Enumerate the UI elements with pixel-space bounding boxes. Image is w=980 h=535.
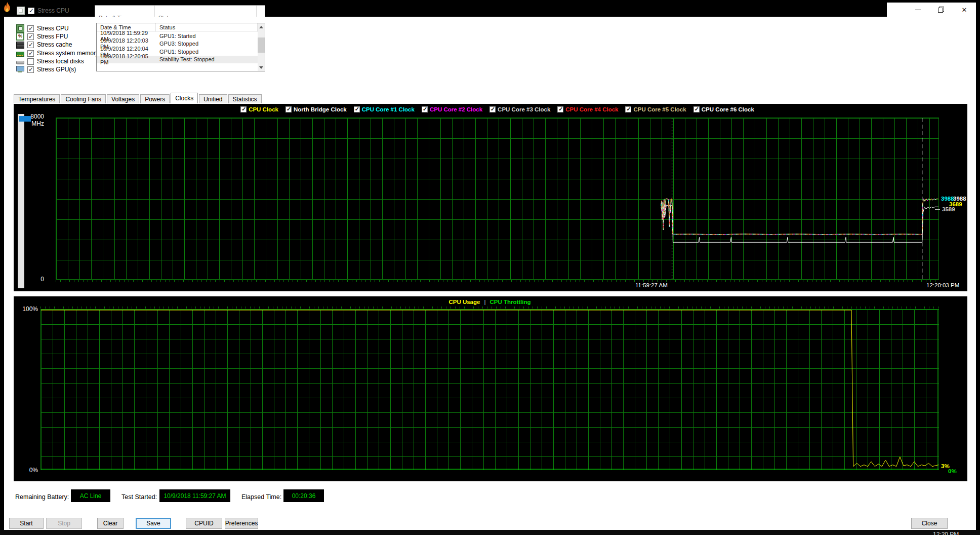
usage-ticks	[40, 307, 939, 309]
log-row[interactable]: 10/9/2018 12:20:05 PMStability Test: Sto…	[97, 56, 265, 64]
tab-statistics[interactable]: Statistics	[228, 94, 262, 103]
ghost-col-datetime: Date & Time	[99, 15, 130, 17]
checkbox[interactable]	[557, 106, 563, 112]
clocks-grid	[56, 118, 939, 280]
stress-option-stress-fpu[interactable]: Stress FPU	[16, 32, 68, 41]
usage-0-label: 0%	[18, 467, 38, 474]
checkbox[interactable]	[489, 106, 496, 112]
legend-cpu-core-2-clock[interactable]: CPU Core #2 Clock	[422, 106, 482, 112]
legend-label: CPU Core #1 Clock	[362, 106, 415, 112]
stress-option-label: Stress GPU(s)	[37, 66, 76, 73]
checkbox[interactable]	[240, 106, 247, 112]
log-scrollbar[interactable]	[258, 23, 265, 71]
legend-label: CPU Core #2 Clock	[430, 106, 482, 112]
tab-voltages[interactable]: Voltages	[107, 94, 139, 103]
stress-option-stress-local-disks[interactable]: Stress local disks	[16, 57, 84, 65]
minimize-icon	[915, 10, 921, 10]
legend-label: CPU Core #4 Clock	[565, 106, 618, 112]
y-axis-unit-label: MHz	[24, 120, 44, 127]
tab-unified[interactable]: Unified	[199, 94, 227, 103]
legend-cpu-core-5-clock[interactable]: CPU Core #5 Clock	[625, 106, 686, 112]
checkbox[interactable]	[27, 50, 34, 57]
scrollbar-thumb[interactable]	[258, 37, 265, 53]
legend-cpu-core-4-clock[interactable]: CPU Core #4 Clock	[557, 106, 618, 112]
cache-icon	[16, 42, 24, 49]
legend-cpu-core-6-clock[interactable]: CPU Core #6 Clock	[693, 106, 754, 112]
stress-option-stress-gpu-s[interactable]: Stress GPU(s)	[16, 65, 76, 73]
checkbox[interactable]	[27, 66, 34, 73]
log-column-status[interactable]: Status	[156, 23, 258, 31]
scroll-down-button[interactable]	[258, 64, 265, 71]
disk-icon	[16, 61, 24, 64]
close-window-button[interactable]: ✕	[953, 3, 976, 17]
stress-option-label: Stress CPU	[37, 25, 69, 32]
y-scale-slider[interactable]	[18, 114, 24, 288]
fpu-icon	[16, 32, 24, 41]
log-datetime: 10/9/2018 12:20:05 PM	[97, 53, 156, 65]
stress-option-stress-cache[interactable]: Stress cache	[16, 41, 72, 49]
battery-value: AC Line	[71, 489, 110, 502]
stress-option-stress-system-memory[interactable]: Stress system memory	[16, 49, 99, 57]
usage-traces	[41, 310, 938, 470]
clocks-traces	[56, 118, 938, 279]
taskbar: 12:20 PM	[0, 530, 980, 535]
legend-label: CPU Core #6 Clock	[702, 106, 754, 112]
cpu-icon	[16, 24, 24, 32]
throttling-end-label: 0%	[948, 468, 957, 474]
ghost-repaint-strip: Stress CPU Date & Time Status ✕	[0, 0, 980, 17]
close-button[interactable]: Close	[911, 518, 948, 529]
cpuid-button[interactable]: CPUID	[186, 518, 222, 529]
event-log-listbox[interactable]: Date & Time Status 10/9/2018 11:59:29 AM…	[96, 23, 265, 71]
preferences-button[interactable]: Preferences	[225, 518, 258, 529]
time-end-label: 12:20:03 PM	[926, 282, 959, 288]
checkbox[interactable]	[27, 42, 34, 48]
checkbox[interactable]	[693, 106, 700, 112]
legend-label: CPU Core #5 Clock	[633, 106, 686, 112]
elapsed-time-label: Elapsed Time:	[241, 493, 281, 501]
usage-100-label: 100%	[18, 305, 38, 313]
checkbox	[28, 8, 34, 14]
legend-cpu-core-3-clock[interactable]: CPU Core #3 Clock	[489, 106, 550, 112]
minimize-button[interactable]	[906, 3, 929, 17]
ghost-col-status: Status	[158, 15, 174, 17]
test-started-label: Test Started:	[121, 493, 157, 501]
checkbox[interactable]	[422, 106, 428, 112]
stress-option-stress-cpu[interactable]: Stress CPU	[16, 24, 69, 32]
time-ticks	[56, 280, 939, 282]
tab-cooling-fans[interactable]: Cooling Fans	[61, 94, 106, 103]
restore-button[interactable]	[929, 3, 953, 17]
y-axis-max-label: 8000	[24, 113, 44, 120]
mem-icon	[16, 52, 24, 57]
legend-north-bridge-clock[interactable]: North Bridge Clock	[285, 106, 347, 112]
tab-powers[interactable]: Powers	[140, 94, 170, 103]
y-axis-min-label: 0	[24, 276, 44, 283]
tab-clocks[interactable]: Clocks	[171, 93, 198, 103]
scroll-up-button[interactable]	[258, 23, 265, 30]
start-button[interactable]: Start	[9, 518, 44, 529]
checkbox[interactable]	[27, 58, 34, 65]
save-button[interactable]: Save	[136, 518, 171, 529]
usage-chart-panel: CPU Usage | CPU Throttling 100% 0% 3% 0%	[14, 296, 967, 481]
checkbox[interactable]	[625, 106, 631, 112]
checkbox[interactable]	[27, 25, 34, 32]
checkbox[interactable]	[354, 106, 360, 112]
stress-option-label: Stress local disks	[37, 58, 84, 65]
checkbox[interactable]	[27, 33, 34, 40]
clock-value-label: 3589	[942, 206, 955, 212]
test-started-value: 10/9/2018 11:59:27 AM	[159, 489, 230, 502]
taskbar-clock[interactable]: 12:20 PM	[933, 531, 959, 535]
checkbox[interactable]	[285, 106, 292, 112]
cpu-icon	[17, 7, 25, 15]
legend-cpu-core-1-clock[interactable]: CPU Core #1 Clock	[354, 106, 415, 112]
clear-button[interactable]: Clear	[97, 518, 124, 529]
legend-cpu-clock[interactable]: CPU Clock	[240, 106, 278, 112]
log-status: GPU1: Stopped	[156, 49, 265, 55]
value-tick	[935, 209, 940, 210]
legend-label: North Bridge Clock	[294, 106, 347, 112]
ghost-stress-cpu-row: Stress CPU	[17, 7, 69, 15]
stress-option-label: Stress system memory	[37, 50, 99, 57]
arrow-down-icon	[259, 66, 263, 69]
tab-temperatures[interactable]: Temperatures	[14, 94, 60, 103]
close-icon: ✕	[962, 7, 967, 13]
clocks-chart-panel: 8000 MHz 0 CPU ClockNorth Bridge ClockCP…	[14, 104, 967, 291]
